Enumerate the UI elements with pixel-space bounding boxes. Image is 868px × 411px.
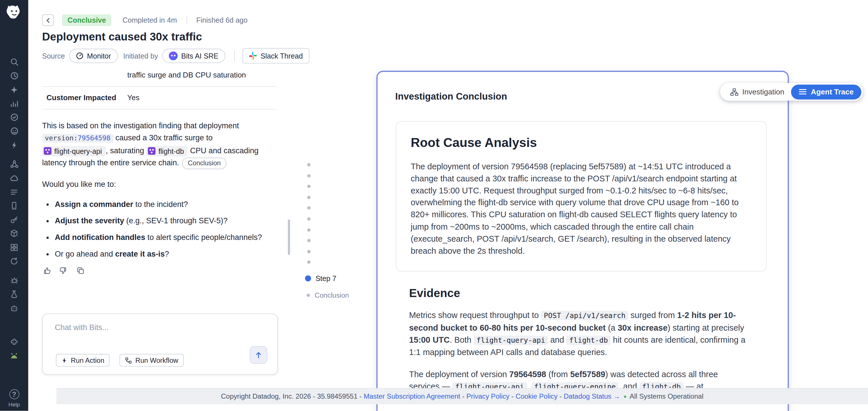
- seg-text: The deployment of version: [409, 369, 509, 379]
- completed-text: Completed in 4m: [122, 16, 177, 24]
- timeline-dot[interactable]: [307, 250, 311, 253]
- search-icon[interactable]: [7, 58, 21, 66]
- back-button[interactable]: [42, 14, 54, 26]
- seg-link[interactable]: Master Subscription Agreement: [364, 392, 460, 400]
- events-bolt-icon[interactable]: [7, 140, 21, 149]
- run-action-button[interactable]: Run Action: [56, 354, 110, 367]
- watchdog-icon[interactable]: [7, 127, 21, 135]
- monitors-check-icon[interactable]: [7, 113, 21, 122]
- history-icon[interactable]: [7, 71, 21, 80]
- header-meta-row: Conclusive Completed in 4m Finished 6d a…: [42, 14, 247, 26]
- slack-thread-button[interactable]: Slack Thread: [242, 48, 309, 64]
- root-cause-title: Root Cause Analysis: [411, 135, 752, 150]
- seg-text: surged from: [628, 310, 677, 320]
- service-map-icon[interactable]: [7, 160, 21, 169]
- seg-b: Add notification handles: [55, 233, 145, 242]
- evidence-section: Evidence Metrics show request throughput…: [409, 286, 750, 403]
- page-footer: Copyright Datadog, Inc. 2026 - 35.984595…: [57, 388, 868, 404]
- error-tracking-bug-icon[interactable]: [7, 276, 21, 285]
- packages-icon[interactable]: [7, 229, 21, 238]
- sync-icon[interactable]: [7, 256, 21, 266]
- table-cell-empty: [42, 69, 127, 87]
- chat-message-area[interactable]: traffic surge and DB CPU saturation Cust…: [42, 69, 277, 311]
- seg-text: (from: [546, 369, 570, 379]
- seg-b: create it as-is: [115, 249, 165, 258]
- seg-text: . Both: [450, 335, 474, 344]
- seg-b: 30x increase: [618, 323, 668, 332]
- left-nav-sidebar: ? Help: [0, 0, 28, 411]
- header-divider: [234, 50, 235, 61]
- table-row: Customer Impacted Yes: [42, 87, 277, 109]
- table-cell-partial: traffic surge and DB CPU saturation: [127, 69, 277, 87]
- seg-link[interactable]: Cookie Policy: [516, 392, 558, 400]
- chat-input[interactable]: Chat with Bits...: [55, 323, 165, 332]
- synthetics-flask-icon[interactable]: [7, 290, 21, 299]
- copy-icon[interactable]: [75, 266, 85, 276]
- sidebar-help-section: ? Help: [0, 389, 28, 408]
- timeline-dot[interactable]: [307, 261, 311, 264]
- ci-robot-icon[interactable]: [7, 304, 21, 313]
- seg-text: , saturating: [106, 146, 146, 155]
- meta-divider: [186, 16, 187, 24]
- seg-svc: flight-db: [146, 146, 188, 157]
- evidence-paragraph: Metrics show request throughput to POST …: [409, 309, 750, 358]
- datadog-logo[interactable]: [5, 3, 24, 21]
- table-cell-value: Yes: [127, 87, 277, 109]
- seg-link[interactable]: Privacy Policy: [466, 392, 509, 400]
- metrics-icon[interactable]: [7, 99, 21, 108]
- initiated-by-pill[interactable]: Bits AI SRE: [162, 49, 225, 63]
- chat-scrollbar[interactable]: [288, 219, 290, 255]
- timeline-dot[interactable]: [307, 239, 311, 242]
- assistant-prompt: Would you like me to:: [42, 178, 277, 190]
- chat-input-card: Chat with Bits... Run Action Run Workflo…: [42, 313, 278, 375]
- investigation-panel: Investigation Conclusion Root Cause Anal…: [376, 71, 789, 411]
- serverless-cloud-icon[interactable]: [7, 174, 21, 182]
- seg-text: Copyright Datadog, Inc. 2026 - 35.984595…: [221, 392, 364, 400]
- sidebar-icon-list: [7, 58, 21, 365]
- timeline-dot[interactable]: [307, 174, 311, 177]
- timeline-dot[interactable]: [307, 206, 311, 210]
- source-label: Source: [42, 52, 65, 60]
- seg-text: Metrics show request throughput to: [409, 310, 541, 320]
- chevron-left-icon: [45, 18, 51, 23]
- table-row: traffic surge and DB CPU saturation: [42, 69, 277, 87]
- workflow-icon: [125, 357, 132, 364]
- api-keys-icon[interactable]: [7, 215, 21, 224]
- seg-link[interactable]: Datadog Status →: [564, 392, 620, 400]
- infrastructure-icon[interactable]: [7, 243, 21, 252]
- android-icon[interactable]: [7, 351, 21, 360]
- bits-ai-sparkle-icon[interactable]: [7, 85, 21, 94]
- run-workflow-button[interactable]: Run Workflow: [120, 354, 184, 367]
- thumbs-up-icon[interactable]: [42, 266, 52, 276]
- seg-text: This is based on the investigation findi…: [42, 121, 241, 130]
- bits-ai-avatar: [169, 52, 178, 60]
- seg-text: Or go ahead and: [55, 249, 115, 258]
- seg-text: -: [557, 392, 563, 400]
- integrations-puzzle-icon[interactable]: [7, 337, 21, 346]
- impact-table: traffic surge and DB CPU saturation Cust…: [42, 69, 277, 110]
- timeline-dot[interactable]: [307, 185, 311, 188]
- rum-mobile-icon[interactable]: [7, 201, 21, 210]
- timeline-current-step[interactable]: Step 7: [305, 274, 337, 283]
- seg-text: to alert specific people/channels?: [145, 233, 262, 242]
- conclusion-dot: [306, 294, 310, 297]
- help-icon[interactable]: ?: [9, 389, 19, 399]
- tab-investigation[interactable]: Investigation: [723, 88, 791, 96]
- thumbs-down-icon[interactable]: [58, 266, 67, 276]
- source-monitor-pill[interactable]: Monitor: [69, 49, 118, 63]
- timeline-dot[interactable]: [307, 163, 311, 167]
- timeline-dot[interactable]: [307, 217, 311, 221]
- logs-list-icon[interactable]: [7, 187, 21, 196]
- options-list: Assign a commander to the incident? Adju…: [42, 198, 277, 260]
- timeline-dot[interactable]: [307, 228, 311, 232]
- timeline-dot[interactable]: [307, 196, 311, 199]
- seg-text: to the incident?: [133, 200, 188, 209]
- send-button[interactable]: [250, 346, 268, 364]
- timeline-conclusion[interactable]: Conclusion: [306, 291, 349, 299]
- seg-green: ●: [620, 394, 628, 399]
- root-cause-body: The deployment of version 79564598 (repl…: [411, 161, 752, 257]
- step-timeline: Step 7 Conclusion: [305, 163, 366, 271]
- tab-agent-trace[interactable]: Agent Trace: [791, 84, 861, 99]
- seg-text: (e.g., SEV-1 through SEV-5)?: [124, 216, 227, 225]
- seg-b: 5ef57589: [570, 369, 605, 379]
